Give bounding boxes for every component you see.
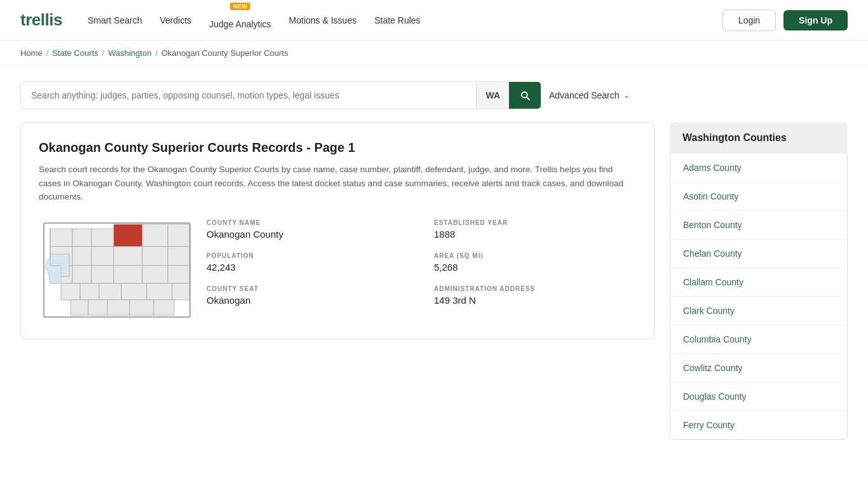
svg-rect-25: [88, 300, 107, 315]
sidebar-list-item[interactable]: Douglas County: [670, 383, 847, 411]
breadcrumb-sep-1: /: [46, 48, 49, 58]
main-nav: Smart Search Verdicts NEW Judge Analytic…: [88, 11, 421, 29]
svg-rect-1: [72, 229, 92, 247]
svg-rect-26: [107, 300, 130, 315]
svg-rect-24: [71, 300, 88, 315]
county-details: COUNTY NAME Okanogan County ESTABLISHED …: [207, 219, 636, 306]
svg-rect-16: [142, 266, 168, 283]
detail-address: ADMINISTRATION ADDRESS 149 3rd N: [434, 285, 636, 306]
login-button[interactable]: Login: [722, 10, 776, 31]
county-info-section: COUNTY NAME Okanogan County ESTABLISHED …: [39, 219, 636, 321]
svg-rect-10: [142, 247, 168, 266]
nav-verdicts[interactable]: Verdicts: [159, 15, 191, 25]
search-button[interactable]: [509, 82, 541, 109]
sidebar-list-item[interactable]: Clallam County: [670, 268, 847, 297]
svg-rect-22: [147, 283, 172, 300]
sidebar-list-item[interactable]: Ferry County: [670, 411, 847, 439]
svg-rect-27: [130, 300, 154, 315]
signup-button[interactable]: Sign Up: [783, 10, 848, 30]
svg-rect-21: [121, 283, 147, 300]
detail-county-name: COUNTY NAME Okanogan County: [207, 219, 409, 240]
header-actions: Login Sign Up: [722, 10, 848, 31]
svg-rect-20: [99, 283, 121, 300]
right-sidebar: Washington Counties Adams CountyAsotin C…: [670, 122, 848, 440]
record-description: Search court records for the Okanogan Co…: [39, 163, 636, 204]
sidebar-list-item[interactable]: Benton County: [670, 211, 847, 240]
svg-rect-18: [61, 283, 80, 300]
detail-population: POPULATION 42,243: [207, 252, 409, 273]
svg-rect-17: [168, 266, 190, 283]
svg-rect-19: [80, 283, 99, 300]
nav-smart-search[interactable]: Smart Search: [88, 15, 142, 25]
sidebar-list-item[interactable]: Chelan County: [670, 240, 847, 268]
svg-rect-28: [154, 300, 174, 315]
main-content: Okanogan County Superior Courts Records …: [0, 122, 868, 465]
detail-county-seat: COUNTY SEAT Okanogan: [207, 285, 409, 306]
svg-rect-4: [142, 224, 168, 247]
record-title: Okanogan County Superior Courts Records …: [39, 140, 636, 155]
trellis-logo[interactable]: trellis: [20, 10, 62, 30]
sidebar-header: Washington Counties: [670, 122, 848, 154]
svg-rect-13: [72, 266, 92, 283]
svg-rect-7: [72, 247, 92, 266]
detail-area: AREA (SQ MI) 5,268: [434, 252, 636, 273]
search-container: WA: [20, 81, 541, 109]
county-map: [39, 219, 191, 321]
search-section: WA Advanced Search ⌄: [0, 66, 868, 122]
svg-rect-15: [114, 266, 142, 283]
sidebar-list-item[interactable]: Columbia County: [670, 325, 847, 354]
breadcrumb-sep-2: /: [102, 48, 105, 58]
new-badge: NEW: [230, 3, 251, 10]
sidebar-county-list: Adams CountyAsotin CountyBenton CountyCh…: [670, 154, 848, 440]
breadcrumb-washington[interactable]: Washington: [108, 48, 151, 58]
sidebar-list-item[interactable]: Asotin County: [670, 182, 847, 211]
state-code-badge: WA: [476, 83, 509, 108]
nav-motions-issues[interactable]: Motions & Issues: [289, 15, 357, 25]
detail-established: ESTABLISHED YEAR 1888: [434, 219, 636, 240]
sidebar-list-item[interactable]: Clark County: [670, 297, 847, 325]
sidebar-list-item[interactable]: Cowlitz County: [670, 354, 847, 383]
breadcrumb-sep-3: /: [155, 48, 158, 58]
svg-rect-5: [168, 224, 190, 247]
search-icon: [519, 90, 531, 101]
svg-rect-9: [114, 247, 142, 266]
breadcrumb-state-courts[interactable]: State Courts: [52, 48, 98, 58]
svg-rect-2: [92, 229, 114, 247]
record-card: Okanogan County Superior Courts Records …: [20, 122, 654, 339]
svg-rect-8: [92, 247, 114, 266]
nav-judge-analytics[interactable]: NEW Judge Analytics: [209, 11, 271, 29]
svg-rect-3: [114, 224, 142, 247]
breadcrumb-home[interactable]: Home: [20, 48, 43, 58]
svg-rect-14: [92, 266, 114, 283]
sidebar-list-item[interactable]: Adams County: [670, 154, 847, 182]
svg-rect-11: [168, 247, 190, 266]
search-input[interactable]: [21, 83, 476, 108]
left-panel: Okanogan County Superior Courts Records …: [20, 122, 654, 440]
nav-state-rules[interactable]: State Rules: [374, 15, 420, 25]
svg-rect-23: [172, 283, 190, 300]
svg-rect-0: [50, 229, 72, 247]
chevron-down-icon: ⌄: [623, 91, 630, 100]
breadcrumb: Home / State Courts / Washington / Okano…: [0, 41, 868, 66]
advanced-search-button[interactable]: Advanced Search ⌄: [549, 90, 630, 100]
breadcrumb-current: Okanogan County Superior Courts: [161, 48, 288, 58]
